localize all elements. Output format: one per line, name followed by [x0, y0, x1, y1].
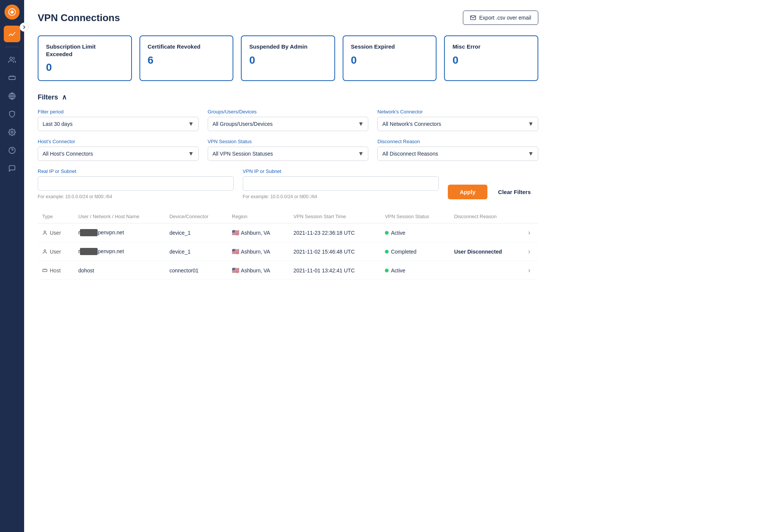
cell-type: User	[38, 223, 74, 242]
svg-point-10	[44, 249, 46, 251]
cell-vpn-status: Active	[380, 223, 450, 242]
filter-disconnect-select-wrapper: All Disconnect Reasons ▼	[377, 147, 538, 161]
cell-disconnect-reason: User Disconnected	[450, 242, 524, 261]
app-logo	[5, 5, 20, 20]
table-column-header: Region	[227, 210, 289, 223]
stat-card[interactable]: Subscription Limit Exceeded 0	[38, 35, 132, 81]
cell-disconnect-reason	[450, 223, 524, 242]
chevron-right-icon[interactable]: ›	[528, 248, 530, 255]
chevron-up-icon: ∧	[62, 93, 67, 101]
sidebar-item-networks[interactable]	[4, 88, 20, 104]
real-ip-input[interactable]	[38, 176, 234, 191]
table-row[interactable]: Userr●●●●●●penvpn.netdevice_1🇺🇸Ashburn, …	[38, 223, 538, 242]
filter-network-select[interactable]: All Network's Connectors	[377, 117, 538, 131]
sidebar-item-analytics[interactable]	[4, 26, 20, 42]
sidebar-item-connectors[interactable]	[4, 70, 20, 86]
table-row[interactable]: Userr●●●●●●penvpn.netdevice_1🇺🇸Ashburn, …	[38, 242, 538, 261]
cell-type: User	[38, 242, 74, 261]
stat-card-value: 0	[249, 54, 327, 66]
sidebar-item-settings[interactable]	[4, 124, 20, 141]
filter-period-label: Filter period	[38, 109, 199, 115]
filters-header[interactable]: Filters ∧	[38, 93, 538, 101]
sidebar-item-security[interactable]	[4, 106, 20, 122]
cell-start-time: 2021-11-23 22:36:18 UTC	[289, 223, 380, 242]
stat-card-value: 0	[46, 61, 124, 73]
cell-device: device_1	[165, 242, 227, 261]
stat-card-label: Session Expired	[351, 43, 429, 50]
vpn-ip-hint: For example: 10.0.0.0/24 or fd00::/64	[243, 194, 439, 199]
apply-button[interactable]: Apply	[448, 185, 488, 199]
sidebar	[0, 0, 24, 532]
clear-filters-button[interactable]: Clear Filters	[490, 185, 538, 199]
filter-period-select[interactable]: Last 30 days	[38, 117, 199, 131]
sidebar-nav	[0, 26, 24, 177]
cell-start-time: 2021-11-02 15:46:48 UTC	[289, 242, 380, 261]
filters-grid: Filter period Last 30 days ▼ Groups/User…	[38, 109, 538, 199]
stats-row: Subscription Limit Exceeded 0 Certificat…	[38, 35, 538, 81]
stat-card[interactable]: Suspended By Admin 0	[241, 35, 335, 81]
filter-group-period: Filter period Last 30 days ▼	[38, 109, 199, 131]
filter-real-ip-label: Real IP or Subnet	[38, 168, 234, 174]
table-column-header: Type	[38, 210, 74, 223]
svg-rect-11	[43, 269, 47, 272]
sidebar-item-users[interactable]	[4, 52, 20, 68]
stat-card-label: Certificate Revoked	[148, 43, 225, 50]
page-title: VPN Connections	[38, 12, 120, 24]
filter-group-disconnect: Disconnect Reason All Disconnect Reasons…	[377, 139, 538, 161]
filters-section: Filters ∧ Filter period Last 30 days ▼	[38, 93, 538, 199]
filter-vpn-status-select[interactable]: All VPN Session Statuses	[208, 147, 369, 161]
table-column-header-actions	[524, 210, 538, 223]
cell-region: 🇺🇸Ashburn, VA	[227, 261, 289, 280]
main-content: VPN Connections Export .csv over email S…	[24, 0, 772, 532]
sidebar-item-help[interactable]	[4, 142, 20, 159]
filter-group-host: Host's Connector All Host's Connectors ▼	[38, 139, 199, 161]
stat-card-label: Misc Error	[452, 43, 530, 50]
page-header: VPN Connections Export .csv over email	[38, 11, 538, 25]
filter-group-vpn-ip: VPN IP or Subnet For example: 10.0.0.0/2…	[243, 168, 439, 199]
table-column-header: Disconnect Reason	[450, 210, 524, 223]
filter-groups-select-wrapper: All Groups/Users/Devices ▼	[208, 117, 369, 131]
filter-period-select-wrapper: Last 30 days ▼	[38, 117, 199, 131]
table-column-header: Device/Connector	[165, 210, 227, 223]
filter-groups-label: Groups/Users/Devices	[208, 109, 369, 115]
cell-row-action[interactable]: ›	[524, 242, 538, 261]
table-row[interactable]: Hostdohostconnector01🇺🇸Ashburn, VA2021-1…	[38, 261, 538, 280]
connections-table: TypeUser / Network / Host NameDevice/Con…	[38, 210, 538, 280]
chevron-right-icon[interactable]: ›	[528, 229, 530, 236]
cell-vpn-status: Completed	[380, 242, 450, 261]
sidebar-item-messages[interactable]	[4, 160, 20, 177]
table-header-row: TypeUser / Network / Host NameDevice/Con…	[38, 210, 538, 223]
stat-card-value: 0	[351, 54, 429, 66]
filter-disconnect-label: Disconnect Reason	[377, 139, 538, 144]
sidebar-divider-1	[5, 47, 19, 47]
cell-vpn-status: Active	[380, 261, 450, 280]
stat-card-label: Subscription Limit Exceeded	[46, 43, 124, 58]
cell-device: connector01	[165, 261, 227, 280]
vpn-ip-input[interactable]	[243, 176, 439, 191]
svg-rect-3	[9, 76, 15, 79]
filter-vpn-status-select-wrapper: All VPN Session Statuses ▼	[208, 147, 369, 161]
filter-host-label: Host's Connector	[38, 139, 199, 144]
stat-card[interactable]: Session Expired 0	[343, 35, 437, 81]
cell-type: Host	[38, 261, 74, 280]
filter-vpn-ip-label: VPN IP or Subnet	[243, 168, 439, 174]
stat-card[interactable]: Misc Error 0	[444, 35, 538, 81]
stat-card-label: Suspended By Admin	[249, 43, 327, 50]
cell-row-action[interactable]: ›	[524, 261, 538, 280]
filter-group-vpn-status: VPN Session Status All VPN Session Statu…	[208, 139, 369, 161]
filter-groups-select[interactable]: All Groups/Users/Devices	[208, 117, 369, 131]
filter-network-label: Network's Connector	[377, 109, 538, 115]
chevron-right-icon[interactable]: ›	[528, 266, 530, 274]
svg-point-6	[11, 131, 13, 133]
cell-row-action[interactable]: ›	[524, 223, 538, 242]
filters-row-2: Host's Connector All Host's Connectors ▼…	[38, 139, 538, 161]
cell-device: device_1	[165, 223, 227, 242]
table-column-header: User / Network / Host Name	[74, 210, 165, 223]
filter-host-select[interactable]: All Host's Connectors	[38, 147, 199, 161]
sidebar-toggle[interactable]	[20, 23, 29, 32]
stat-card-value: 6	[148, 54, 225, 66]
filter-disconnect-select[interactable]: All Disconnect Reasons	[377, 147, 538, 161]
filters-row-1: Filter period Last 30 days ▼ Groups/User…	[38, 109, 538, 131]
export-button[interactable]: Export .csv over email	[463, 11, 538, 25]
stat-card[interactable]: Certificate Revoked 6	[139, 35, 234, 81]
